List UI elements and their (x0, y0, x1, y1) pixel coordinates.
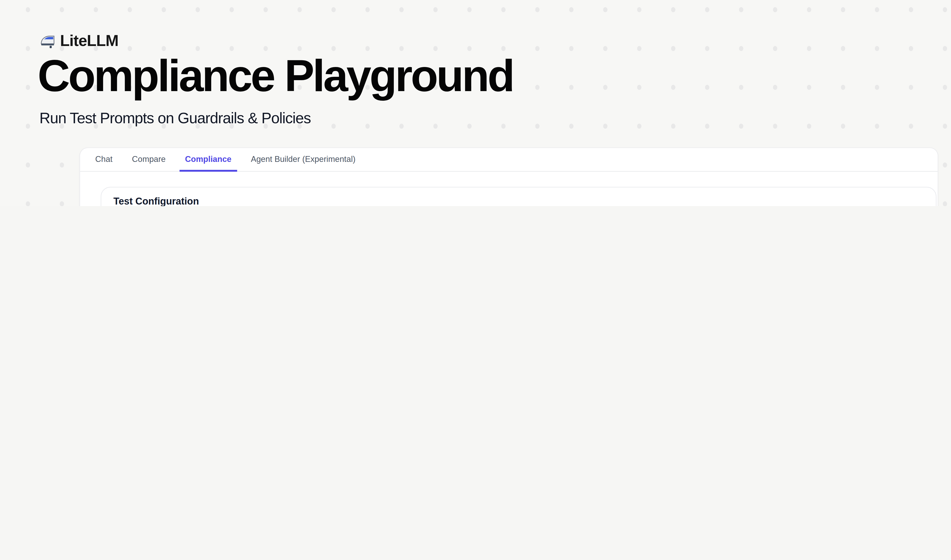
tab-compare[interactable]: Compare (126, 148, 171, 172)
brand-name: LiteLLM (60, 31, 118, 50)
page-subtitle: Run Test Prompts on Guardrails & Policie… (40, 109, 311, 127)
page-title: Compliance Playground (37, 51, 513, 100)
top-tabbar: Chat Compare Compliance Agent Builder (E… (80, 148, 938, 172)
brand: LiteLLM (40, 31, 118, 50)
tab-compliance[interactable]: Compliance (180, 148, 237, 172)
tab-chat[interactable]: Chat (90, 148, 118, 172)
test-configuration-card: Test Configuration Select policies, guar… (101, 187, 937, 206)
litellm-train-logo-icon (40, 33, 56, 49)
tab-agent-builder[interactable]: Agent Builder (Experimental) (245, 148, 361, 172)
compliance-playground-screen: LiteLLM Compliance Playground Run Test P… (0, 0, 951, 206)
main-card: Chat Compare Compliance Agent Builder (E… (80, 148, 938, 206)
test-configuration-title: Test Configuration (114, 196, 199, 206)
